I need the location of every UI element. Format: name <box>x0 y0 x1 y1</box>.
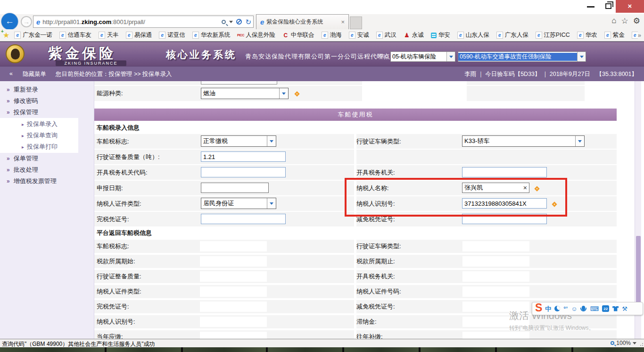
browser-tab[interactable]: e 紫金保险核心业务系统 × <box>256 14 349 29</box>
bookmark-item[interactable]: e渤海 <box>322 31 342 39</box>
form-field[interactable] <box>462 167 547 177</box>
field-label: 纳税人识别号: <box>97 315 135 328</box>
dropdown-arrow-icon[interactable] <box>279 88 288 99</box>
toolbox-icon[interactable]: ⚒ <box>622 306 627 312</box>
emoji-icon[interactable]: ☺ <box>571 306 577 312</box>
readonly-field <box>200 302 267 312</box>
minimize-button[interactable] <box>587 6 594 8</box>
bookmark-item[interactable]: e华农 <box>577 31 597 39</box>
microphone-icon[interactable] <box>582 306 585 310</box>
tab-favicon: e <box>260 18 264 26</box>
form-field[interactable]: K33-轿车 <box>462 135 585 147</box>
zoom-caret-icon[interactable] <box>633 342 636 344</box>
url-text[interactable]: http://prpall01.zking.com:8001/prpall/ <box>42 18 145 25</box>
taskbar-thumbnail[interactable] <box>0 347 105 352</box>
sogou-logo-icon[interactable]: S <box>535 302 542 313</box>
bookmark-item[interactable]: e太保（新） <box>632 31 638 39</box>
moon-mode-icon[interactable] <box>554 306 560 311</box>
sidebar-item[interactable]: »保单管理 <box>0 153 94 164</box>
bookmark-item[interactable]: 华安 <box>431 31 450 39</box>
form-field[interactable] <box>201 183 269 193</box>
dropdown-arrow-icon[interactable] <box>267 198 276 209</box>
bookmark-item[interactable]: e广东金一诺 <box>14 31 52 39</box>
readonly-field <box>200 286 267 297</box>
new-tab-button[interactable] <box>350 17 362 29</box>
form-field[interactable] <box>201 214 286 224</box>
ime-toolbar[interactable]: S 中°’☺⌨22⚒ <box>532 302 643 315</box>
bookmark-item[interactable]: e天丰 <box>99 31 119 39</box>
form-field[interactable]: 居民身份证 <box>201 198 276 209</box>
tracking-protection-icon[interactable] <box>236 19 242 25</box>
taskbar-thumbnail[interactable] <box>268 347 342 352</box>
settings-gear-icon[interactable]: ⚙ <box>633 16 640 26</box>
dropdown-arrow-icon[interactable] <box>577 52 586 61</box>
readonly-field <box>200 271 267 282</box>
address-bar[interactable]: e http://prpall01.zking.com:8001/prpall/… <box>33 16 254 28</box>
taskbar-thumbnail[interactable] <box>421 347 495 352</box>
bookmark-item[interactable]: e诺亚信 <box>159 31 185 39</box>
bookmark-item[interactable]: C中华联合 <box>282 31 314 39</box>
sidebar-subitem[interactable]: ▸投保单打印 <box>0 141 78 152</box>
taskbar-thumbnail[interactable] <box>344 347 419 352</box>
punctuation-icon[interactable]: °’ <box>563 306 568 312</box>
add-favorite-icon[interactable]: ★ <box>3 31 9 40</box>
sidebar-item[interactable]: »批改处理 <box>0 164 94 176</box>
restore-button[interactable] <box>605 3 611 9</box>
sidebar-item[interactable]: »重新登录 <box>0 84 94 95</box>
bookmark-item[interactable]: e山东人保 <box>457 31 489 39</box>
chinese-mode-icon[interactable]: 中 <box>545 306 551 312</box>
energy-type-select[interactable]: 燃油 <box>201 88 289 99</box>
insurance-class-select[interactable]: 05-机动车辆保险 <box>390 51 455 62</box>
bookmark-item[interactable]: e紫金 <box>604 31 625 39</box>
home-icon[interactable]: ⌂ <box>611 16 616 26</box>
huaan-icon <box>431 33 437 38</box>
sidebar-subitem-label: 投保单打印 <box>27 143 58 150</box>
bookmark-item[interactable]: e易保通 <box>126 31 152 39</box>
taskbar-thumbnail[interactable] <box>497 347 571 352</box>
sidebar-item[interactable]: »增值税发票管理 <box>0 176 94 187</box>
search-icon[interactable] <box>222 20 226 24</box>
taskbar-thumbnail[interactable] <box>183 347 266 352</box>
tab-close-icon[interactable]: × <box>340 18 346 25</box>
back-button[interactable]: ← <box>1 13 18 30</box>
field-label: 完税凭证号: <box>97 212 129 226</box>
bookmark-item[interactable]: e信通车友 <box>59 31 91 39</box>
refresh-icon[interactable]: ↻ <box>245 18 251 25</box>
close-button[interactable]: × <box>616 0 644 13</box>
sidebar-item[interactable]: »投保管理 <box>0 107 94 118</box>
forward-button[interactable]: → <box>21 16 32 27</box>
page-icon: e <box>36 18 40 26</box>
dropdown-arrow-icon[interactable] <box>575 136 584 146</box>
bookmark-item[interactable]: e广东人保 <box>496 31 528 39</box>
bookmark-item[interactable]: PICC人保意外险 <box>237 31 275 39</box>
favorites-star-icon[interactable]: ☆ <box>621 16 628 26</box>
readonly-field <box>462 241 529 251</box>
account-icon[interactable]: 22 <box>602 305 609 312</box>
hide-menu-button[interactable]: 隐藏菜单 <box>23 70 46 78</box>
skin-icon[interactable] <box>612 306 619 311</box>
bookmarks-overflow-icon[interactable]: » <box>638 32 641 39</box>
bookmark-item[interactable]: e华农新系统 <box>192 31 231 39</box>
collapse-menu-icon[interactable]: « <box>9 70 13 77</box>
taskbar-thumbnail[interactable] <box>573 347 644 352</box>
keyboard-icon[interactable]: ⌨ <box>590 306 599 312</box>
dropdown-arrow-icon[interactable] <box>267 136 276 146</box>
dropdown-arrow-icon[interactable] <box>446 52 455 61</box>
scrollbar-thumb[interactable] <box>636 236 641 308</box>
bookmark-item[interactable]: e江苏PICC <box>536 31 570 39</box>
form-field[interactable]: 正常缴税 <box>201 135 276 147</box>
sidebar-subitem[interactable]: ▸投保单录入 <box>0 118 78 130</box>
form-field[interactable] <box>201 167 286 177</box>
bookmark-item[interactable]: e武汉 <box>376 31 396 39</box>
zoom-control[interactable]: 100% <box>611 340 636 346</box>
submenu-arrow-icon: ▸ <box>22 122 24 127</box>
search-caret-icon[interactable] <box>229 21 233 23</box>
form-field[interactable]: 1.21 <box>201 151 286 162</box>
bookmark-item[interactable]: ♟永诚 <box>404 31 424 39</box>
sidebar-subitem[interactable]: ▸投保单查询 <box>0 130 78 141</box>
taskbar-thumbnail[interactable] <box>107 347 181 352</box>
sidebar-item[interactable]: »修改密码 <box>0 95 94 107</box>
content-scrollbar[interactable] <box>635 81 641 339</box>
product-select[interactable]: 0590-机动车交通事故责任强制保险 <box>458 51 586 62</box>
bookmark-item[interactable]: e安诚 <box>349 31 369 39</box>
